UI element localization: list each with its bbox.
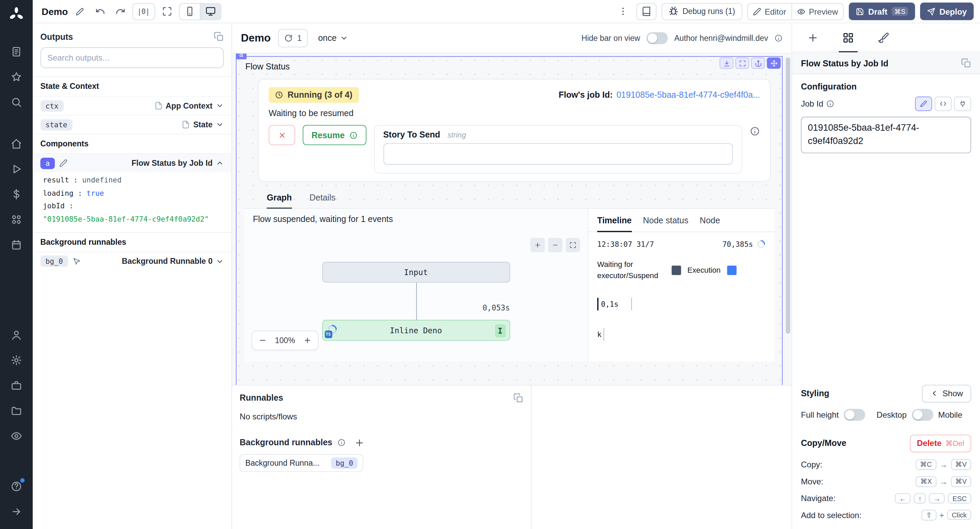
sidebar-item-settings[interactable] <box>0 347 33 373</box>
more-menu-button[interactable] <box>615 3 631 19</box>
flow-status-tabs: Graph Details <box>244 193 775 209</box>
graph-zoom-in-button[interactable] <box>530 238 545 253</box>
insert-component-tab[interactable] <box>807 24 818 52</box>
settings-component-tab[interactable] <box>843 24 854 52</box>
docs-button[interactable] <box>636 3 656 20</box>
state-row[interactable]: state State <box>33 115 231 134</box>
background-runnable-item[interactable]: Background Runna... bg_0 <box>240 454 363 472</box>
info-icon[interactable] <box>827 100 835 108</box>
story-to-send-input[interactable] <box>383 143 733 165</box>
app-canvas[interactable]: a Flow Status <box>232 54 791 385</box>
info-icon[interactable] <box>750 126 760 137</box>
sidebar-item-home[interactable] <box>0 131 33 156</box>
prop-jobid[interactable]: jobId : <box>43 199 224 212</box>
sidebar-item-favorites[interactable] <box>0 64 33 89</box>
sidebar-item-search[interactable] <box>0 89 33 115</box>
move-component-handle[interactable] <box>767 57 781 69</box>
tab-details[interactable]: Details <box>310 193 336 208</box>
expand-component-button[interactable] <box>735 57 749 69</box>
minus-icon[interactable] <box>259 336 267 344</box>
copy-icon[interactable] <box>214 32 224 42</box>
eye-icon <box>797 7 805 15</box>
sidebar-item-user[interactable] <box>0 322 33 347</box>
sidebar-item-audit-logs[interactable] <box>0 423 33 448</box>
expr-input-button[interactable] <box>935 97 952 111</box>
sidebar-item-workers[interactable] <box>0 373 33 398</box>
resume-button[interactable]: Resume <box>303 125 366 145</box>
info-icon[interactable] <box>337 438 346 447</box>
sidebar-item-help[interactable] <box>0 473 33 499</box>
graph-zoom-out-button[interactable] <box>548 238 563 253</box>
redo-button[interactable] <box>112 3 128 19</box>
connect-input-button[interactable] <box>954 97 971 111</box>
tab-graph[interactable]: Graph <box>267 193 292 209</box>
background-runnables-title: Background runnables <box>240 438 332 447</box>
desktop-mobile-toggle[interactable] <box>912 408 933 421</box>
loading-spinner-icon <box>757 240 765 249</box>
scale-indicator-button[interactable]: |0| <box>132 3 155 20</box>
static-input-button[interactable] <box>915 97 932 111</box>
prop-loading[interactable]: loading : true <box>43 186 224 199</box>
mobile-view-button[interactable] <box>179 3 199 19</box>
full-height-toggle[interactable] <box>844 408 865 421</box>
desktop-view-button[interactable] <box>200 3 221 19</box>
component-badge: a <box>40 157 55 169</box>
show-styling-button[interactable]: Show <box>922 385 971 402</box>
search-outputs-input[interactable] <box>40 47 224 68</box>
pencil-icon <box>76 7 84 15</box>
draft-button[interactable]: Draft ⌘S <box>849 2 915 20</box>
undo-button[interactable] <box>92 3 108 19</box>
component-a-row[interactable]: a Flow Status by Job Id <box>33 153 231 172</box>
flow-status-component[interactable]: a Flow Status <box>236 56 783 385</box>
tab-node-status[interactable]: Node status <box>643 216 688 231</box>
rename-app-button[interactable] <box>72 3 88 19</box>
desktop-label: Desktop <box>877 410 907 419</box>
sidebar <box>0 0 33 529</box>
graph-node-inline-deno[interactable]: TS Inline Deno I <box>322 320 510 341</box>
move-label: Move: <box>801 476 824 486</box>
graph-fullscreen-button[interactable] <box>566 238 580 253</box>
debug-runs-button[interactable]: Debug runs (1) <box>662 3 742 20</box>
tab-node[interactable]: Node <box>700 216 720 231</box>
pencil-icon[interactable] <box>59 159 67 167</box>
schedule-select[interactable]: once <box>316 33 350 43</box>
editor-tab[interactable]: Editor <box>748 3 791 19</box>
delete-component-button[interactable]: Delete ⌘Del <box>910 434 971 452</box>
add-runnable-button[interactable] <box>355 437 365 448</box>
preview-tab[interactable]: Preview <box>791 3 843 19</box>
theme-tab[interactable] <box>878 24 889 52</box>
deploy-button[interactable]: Deploy <box>920 2 974 20</box>
sidebar-item-runs[interactable] <box>0 156 33 182</box>
job-id-value-input[interactable]: 0191085e-5baa-81ef-4774-c9ef4f0a92d2 <box>801 117 971 153</box>
sidebar-item-resources[interactable] <box>0 207 33 232</box>
refresh-control[interactable]: 1 <box>278 29 308 47</box>
cancel-flow-button[interactable] <box>269 125 295 145</box>
hide-bar-toggle[interactable] <box>646 32 668 44</box>
ctx-row[interactable]: ctx App Context <box>33 96 231 115</box>
fit-view-button[interactable] <box>159 3 175 19</box>
info-icon[interactable] <box>775 34 783 42</box>
prop-result[interactable]: result : undefined <box>43 174 224 186</box>
sidebar-item-variables[interactable] <box>0 182 33 207</box>
sidebar-item-schedules[interactable] <box>0 232 33 257</box>
navigate-label: Navigate: <box>801 493 836 503</box>
anchor-component-button[interactable] <box>751 57 765 69</box>
job-id-link[interactable]: 0191085e-5baa-81ef-4774-c9ef4f0a... <box>617 90 760 100</box>
tab-timeline[interactable]: Timeline <box>597 216 632 232</box>
plus-icon[interactable] <box>303 336 311 344</box>
sidebar-item-clipboard[interactable] <box>0 39 33 64</box>
flow-graph[interactable]: Flow suspended, waiting for 1 events Inp… <box>244 209 588 361</box>
scroll-into-view-button[interactable] <box>720 57 733 69</box>
bg-runnable-row[interactable]: bg_0 Background Runnable 0 <box>33 252 231 271</box>
sidebar-collapse-button[interactable] <box>0 499 33 524</box>
copy-shortcut-row: Copy: ⌘C → ⌘V <box>792 456 980 473</box>
copy-icon[interactable] <box>514 393 524 403</box>
prop-key: result <box>43 175 69 184</box>
sidebar-item-folders[interactable] <box>0 398 33 423</box>
copy-icon[interactable] <box>961 58 971 69</box>
inspector-title: Flow Status by Job Id <box>801 58 888 68</box>
graph-node-input[interactable]: Input <box>322 262 510 282</box>
canvas-scrollbar[interactable] <box>786 57 790 334</box>
windmill-logo-icon[interactable] <box>8 6 24 23</box>
prop-jobid-value[interactable]: "0191085e-5baa-81ef-4774-c9ef4f0a92d2" <box>43 213 224 226</box>
